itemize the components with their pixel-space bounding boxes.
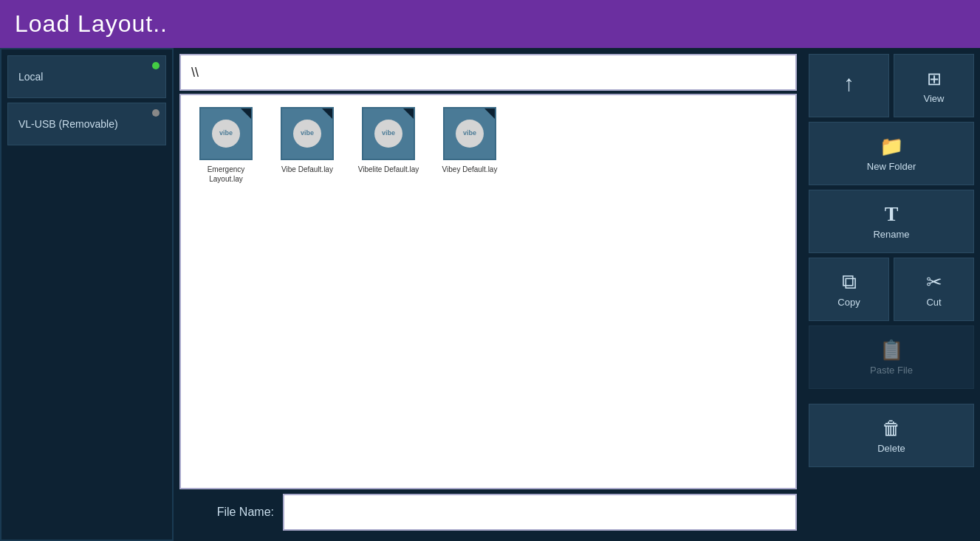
status-dot-green [152, 62, 160, 69]
up-icon [843, 72, 854, 94]
rename-button[interactable]: Rename [809, 190, 974, 253]
delete-label: Delete [877, 443, 905, 454]
sidebar-item-local[interactable]: Local [7, 55, 166, 98]
filename-bar: File Name: [179, 489, 797, 535]
file-item-vibey-default[interactable]: vibe Vibey Default.lay [436, 107, 503, 174]
cut-label: Cut [926, 297, 941, 308]
up-button[interactable] [809, 54, 889, 117]
copy-label: Copy [837, 297, 860, 308]
vibe-logo-icon: vibe [293, 120, 321, 148]
sidebar-item-label: Local [18, 71, 43, 83]
row-new-folder: New Folder [809, 122, 974, 185]
sidebar-item-label: VL-USB (Removable) [18, 118, 118, 130]
sidebar-item-vl-usb[interactable]: VL-USB (Removable) [7, 103, 166, 145]
file-name-label: Vibe Default.lay [281, 165, 333, 174]
file-name-label: Vibey Default.lay [442, 165, 498, 174]
main-content: Local VL-USB (Removable) \\ vibe Emergen… [0, 48, 980, 541]
file-icon: vibe [443, 107, 496, 160]
title-bar: Load Layout.. [0, 0, 980, 48]
fold-decoration [484, 108, 495, 119]
view-label: View [924, 93, 945, 104]
copy-icon [842, 272, 857, 292]
file-area: \\ vibe Emergency Layout.lay vibe Vibe D… [174, 48, 803, 541]
file-item-vibe-default[interactable]: vibe Vibe Default.lay [274, 107, 340, 174]
file-item-vibelite-default[interactable]: vibe Vibelite Default.lay [355, 107, 422, 174]
new-folder-label: New Folder [867, 161, 916, 172]
fold-decoration [241, 108, 251, 119]
fold-decoration [403, 108, 414, 119]
file-name-label: Vibelite Default.lay [358, 165, 419, 174]
vibe-logo-icon: vibe [456, 120, 484, 148]
address-bar[interactable]: \\ [179, 54, 797, 91]
cut-icon [926, 272, 942, 292]
filename-input[interactable] [283, 494, 797, 531]
row-up-view: View [809, 54, 974, 117]
file-item-emergency[interactable]: vibe Emergency Layout.lay [193, 107, 259, 184]
row-paste: Paste File [809, 325, 974, 389]
new-folder-button[interactable]: New Folder [809, 122, 974, 185]
actions-panel: View New Folder Rename Copy Cut [803, 48, 980, 541]
file-icon: vibe [281, 107, 334, 160]
sidebar: Local VL-USB (Removable) [0, 48, 174, 541]
delete-icon [882, 418, 901, 438]
copy-button[interactable]: Copy [809, 258, 889, 321]
paste-file-button[interactable]: Paste File [809, 325, 974, 389]
cut-button[interactable]: Cut [894, 258, 974, 321]
status-dot-grey [152, 109, 160, 117]
file-name-label: Emergency Layout.lay [193, 165, 259, 184]
view-icon [927, 68, 942, 89]
vibe-logo-icon: vibe [374, 120, 402, 148]
page-title: Load Layout.. [15, 10, 168, 38]
vibe-logo-icon: vibe [212, 120, 240, 148]
delete-button[interactable]: Delete [809, 404, 974, 467]
paste-label: Paste File [870, 365, 913, 376]
file-grid[interactable]: vibe Emergency Layout.lay vibe Vibe Defa… [179, 94, 797, 489]
address-bar-path: \\ [191, 65, 199, 80]
rename-icon [885, 204, 899, 224]
row-delete: Delete [809, 404, 974, 467]
new-folder-icon [880, 136, 903, 156]
paste-icon [880, 340, 903, 360]
rename-label: Rename [873, 229, 909, 240]
row-rename: Rename [809, 190, 974, 253]
file-icon: vibe [362, 107, 415, 160]
fold-decoration [322, 108, 332, 119]
row-copy-cut: Copy Cut [809, 258, 974, 321]
file-icon: vibe [199, 107, 253, 160]
filename-label: File Name: [179, 506, 283, 519]
view-button[interactable]: View [894, 54, 974, 117]
